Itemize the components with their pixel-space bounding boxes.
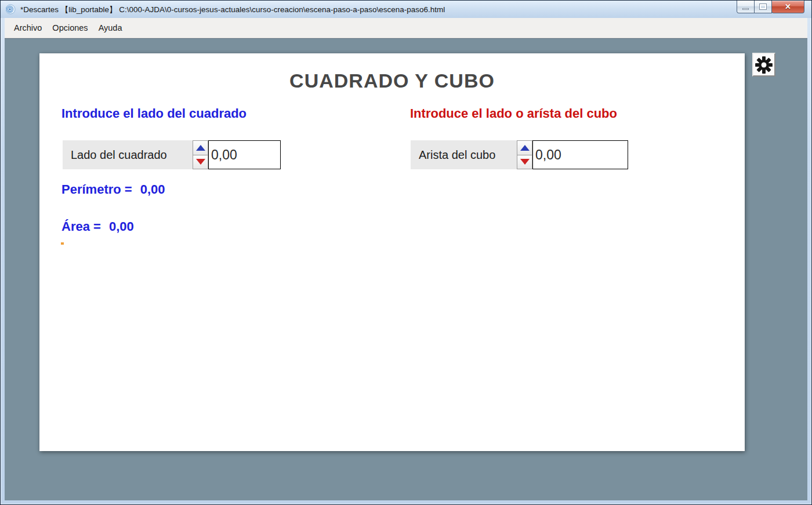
down-arrow-icon (196, 159, 205, 165)
gear-icon (754, 55, 774, 75)
close-icon: ✕ (785, 3, 791, 10)
up-arrow-icon (196, 145, 205, 151)
perimeter-value: 0,00 (140, 182, 165, 197)
cube-edge-arrows (517, 140, 532, 169)
spin-down-button[interactable] (193, 155, 208, 170)
window-title: *Descartes 【lib_portable】 C:\000-AJDA\0-… (20, 4, 445, 15)
square-instruction-label: Introduce el lado del cuadrado (61, 106, 246, 121)
scene-title: CUADRADO Y CUBO (39, 70, 745, 92)
minimize-button[interactable] (737, 1, 755, 13)
square-side-label: Lado del cuadrado (63, 140, 193, 169)
menu-bar: Archivo Opciones Ayuda (5, 18, 807, 38)
square-side-input[interactable] (208, 140, 281, 169)
cube-edge-spinner: Arista del cubo (411, 140, 628, 169)
orange-dot (61, 242, 64, 245)
up-arrow-icon (520, 145, 530, 151)
square-side-arrows (193, 140, 208, 169)
scene-panel: CUADRADO Y CUBO Introduce el lado del cu… (39, 53, 745, 451)
config-button[interactable] (752, 53, 775, 77)
cube-instruction-label: Introduce el lado o arísta del cubo (410, 106, 617, 121)
menu-opciones[interactable]: Opciones (47, 18, 93, 38)
area-output: Área =0,00 (61, 219, 134, 234)
spin-up-button[interactable] (517, 140, 532, 155)
perimeter-label: Perímetro = (61, 182, 132, 197)
close-button[interactable]: ✕ (771, 1, 804, 13)
maximize-icon (760, 4, 766, 9)
cube-edge-input[interactable] (532, 140, 628, 169)
descartes-app-icon (6, 4, 16, 14)
menu-ayuda[interactable]: Ayuda (93, 18, 128, 38)
spin-down-button[interactable] (517, 155, 532, 170)
cube-edge-label: Arista del cubo (411, 140, 517, 169)
area-value: 0,00 (109, 219, 134, 234)
minimize-icon (742, 8, 749, 10)
square-side-spinner: Lado del cuadrado (63, 140, 281, 169)
window-controls: ✕ (737, 1, 804, 13)
maximize-button[interactable] (754, 1, 772, 13)
down-arrow-icon (520, 159, 530, 165)
area-label: Área = (61, 219, 101, 234)
perimeter-output: Perímetro =0,00 (61, 182, 165, 197)
menu-archivo[interactable]: Archivo (9, 18, 47, 38)
app-window: *Descartes 【lib_portable】 C:\000-AJDA\0-… (0, 0, 812, 505)
spin-up-button[interactable] (193, 140, 208, 155)
title-bar[interactable]: *Descartes 【lib_portable】 C:\000-AJDA\0-… (1, 1, 811, 18)
